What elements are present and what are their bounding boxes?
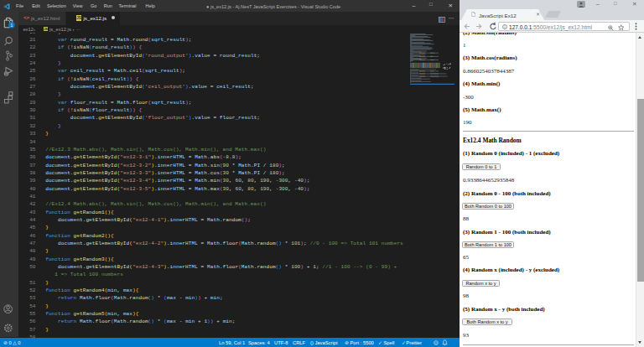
- svg-text:1: 1: [11, 23, 13, 28]
